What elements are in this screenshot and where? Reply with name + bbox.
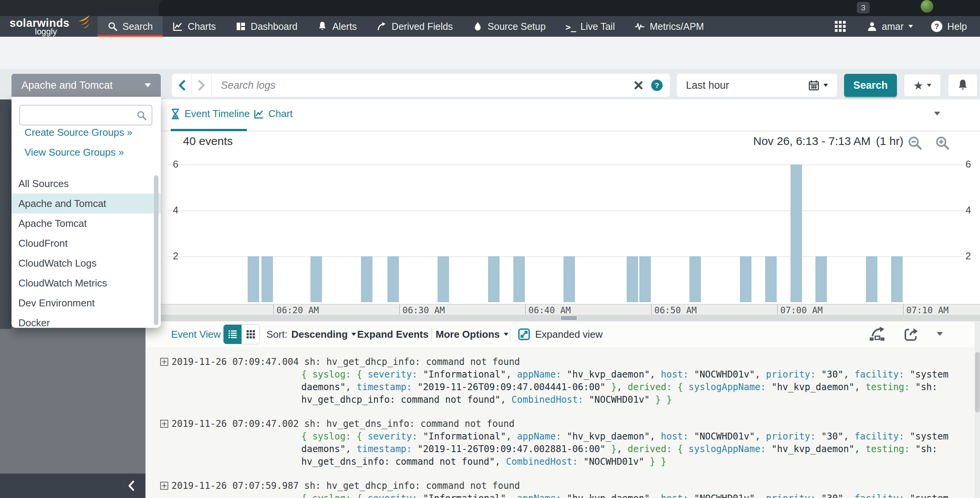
sort-dropdown[interactable]: Sort: Descending [266,321,356,347]
calendar-icon [808,80,820,91]
source-item[interactable]: Docker [11,313,161,328]
nav-item-derived-fields[interactable]: Derived Fields [367,16,463,37]
nav-item-charts[interactable]: Charts [163,16,226,37]
nav-item-metrics-apm[interactable]: Metrics/APM [625,16,714,37]
event-bar[interactable] [740,256,751,302]
nav-item-label: Charts [188,21,216,32]
list-view-button[interactable] [224,325,242,344]
expand-event-icon[interactable] [160,420,168,428]
drop-icon [473,21,483,31]
help-button[interactable]: ? Help [923,20,975,33]
main-navbar: solarwinds loggly SearchChartsDashboardA… [0,16,980,37]
source-item[interactable]: Apache Tomcat [11,213,161,233]
event-bar[interactable] [438,256,449,302]
event-bar[interactable] [261,256,273,302]
event-bar[interactable] [387,256,399,302]
event-timeline-section: Event Timeline Chart 40 events Nov 26, 6… [145,99,980,321]
nav-item-live-tail[interactable]: >_Live Tail [555,16,625,37]
star-icon: ★ [913,79,924,92]
y-axis-label: 4 [965,204,979,216]
event-bar[interactable] [815,256,827,302]
events-scrollbar-thumb[interactable] [975,352,980,412]
expand-event-icon[interactable] [160,482,168,490]
zoom-out-icon[interactable] [907,135,923,151]
search-help-icon[interactable]: ? [647,80,667,91]
source-group-selector[interactable]: Apache and Tomcat [11,74,161,97]
event-bar[interactable] [866,256,877,302]
event-view-label[interactable]: Event View [171,321,221,347]
user-name: amar [882,21,904,32]
derived-fields-icon-button[interactable] [869,321,886,347]
expand-event-icon[interactable] [160,358,168,366]
nav-item-alerts[interactable]: Alerts [307,16,367,37]
event-row[interactable]: 2019-11-26 07:09:47.004 sh: hv_get_dhcp_… [145,356,967,406]
view-source-groups-link[interactable]: View Source Groups » [24,146,124,158]
event-summary: 2019-11-26 07:09:47.002 sh: hv_get_dns_i… [145,418,967,430]
expanded-view-button[interactable]: Expanded view [518,321,603,347]
solarwinds-loggly-logo[interactable]: solarwinds loggly [0,16,98,37]
event-bar[interactable] [639,256,651,302]
create-source-groups-link[interactable]: Create Source Groups » [24,127,132,138]
event-bar[interactable] [564,256,575,302]
source-search-input[interactable] [20,106,152,125]
source-item[interactable]: CloudFront [11,233,161,253]
event-row[interactable]: 2019-11-26 07:07:59.987 sh: hv_get_dhcp_… [145,480,967,498]
nav-item-label: Source Setup [488,21,546,32]
collapse-panel-bar[interactable] [0,474,145,498]
collapse-timeline-icon[interactable] [934,112,940,116]
timeline-scrollbar-thumb[interactable] [560,316,577,321]
chevron-down-icon [351,333,356,336]
magnifier-icon [108,21,118,31]
source-item[interactable]: All Sources [11,174,161,194]
sort-prefix: Sort: [266,329,287,340]
event-bar[interactable] [891,256,903,302]
x-axis-label: 06:20 AM [276,305,319,315]
event-row[interactable]: 2019-11-26 07:09:47.002 sh: hv_get_dns_i… [145,418,967,468]
tab-event-timeline[interactable]: Event Timeline [171,108,250,120]
source-item[interactable]: CloudWatch Metrics [11,273,161,293]
event-bar[interactable] [361,256,372,302]
search-history-forward-button[interactable] [192,74,212,97]
time-range-picker[interactable]: Last hour [677,74,837,97]
svg-text:?: ? [934,22,939,31]
tab-chart[interactable]: Chart [254,108,293,120]
alert-bell-button[interactable] [948,74,978,97]
more-options-dropdown[interactable]: More Options [436,321,508,347]
hourglass-icon [171,109,180,119]
nav-item-source-setup[interactable]: Source Setup [463,16,556,37]
clear-search-icon[interactable] [630,81,647,90]
search-history-back-button[interactable] [172,74,192,97]
nav-item-search[interactable]: Search [98,16,163,37]
chevron-down-icon [823,84,828,87]
event-bar[interactable] [791,164,802,302]
event-bar[interactable] [765,256,777,302]
source-item[interactable]: Apache and Tomcat [11,194,161,213]
nav-item-dashboard[interactable]: Dashboard [226,16,307,37]
active-tab-underline [171,129,247,131]
search-input[interactable] [212,80,630,91]
events-scrollbar[interactable] [975,322,980,498]
user-menu-button[interactable]: amar [857,21,923,32]
event-bar[interactable] [248,256,259,302]
saved-searches-button[interactable]: ★ [904,74,941,97]
workspace-tab-bar: *Default *Tab 2 + New [0,37,980,69]
source-group-dropdown: Create Source Groups » View Source Group… [11,97,161,328]
event-bar[interactable] [513,256,525,302]
search-button[interactable]: Search [844,74,897,97]
source-item[interactable]: CloudWatch Logs [11,253,161,273]
dropdown-scrollbar-thumb[interactable] [154,175,158,325]
apps-grid-button[interactable] [824,16,857,37]
grid-view-button[interactable] [242,325,260,344]
derived-icon [377,21,387,31]
expand-events-button[interactable]: Expand Events [357,321,428,347]
source-item[interactable]: Dev Environment [11,293,161,313]
zoom-in-icon[interactable] [935,135,950,151]
export-icon-button[interactable] [903,321,919,347]
event-bar[interactable] [627,256,638,302]
event-bar[interactable] [310,256,322,302]
chevron-down-icon [927,84,931,87]
event-bar[interactable] [488,256,500,302]
timeline-scrollbar[interactable] [145,315,980,321]
event-bar[interactable] [689,256,701,302]
loggly-app: 3 solarwinds loggly SearchChartsDashboar… [0,0,980,498]
